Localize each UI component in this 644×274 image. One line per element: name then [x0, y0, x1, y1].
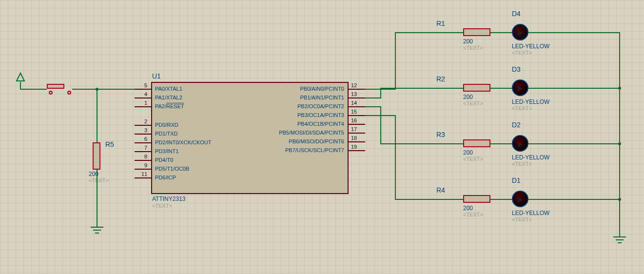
- led-placeholder: <TEXT>: [512, 216, 532, 222]
- pin-line: [135, 125, 151, 126]
- pin-line: [135, 98, 151, 98]
- pin-line: [349, 115, 365, 116]
- pin-label: PD2/INT0/XCK/CKOUT: [155, 139, 212, 145]
- resistor-refdes: R5: [105, 140, 114, 148]
- svg-marker-0: [17, 73, 24, 81]
- resistor-refdes: R2: [436, 75, 445, 83]
- pin-number: 8: [144, 154, 147, 159]
- pin-label: PD5/T1/OC0B: [155, 166, 189, 172]
- pin-number: 7: [144, 145, 147, 151]
- resistor-placeholder: <TEXT>: [463, 45, 483, 51]
- wire: [395, 199, 456, 200]
- resistor-r3[interactable]: [463, 139, 490, 147]
- pin-number: 9: [144, 162, 147, 168]
- pin-line: [349, 98, 365, 98]
- led-placeholder: <TEXT>: [512, 50, 532, 56]
- pin-number: 4: [144, 91, 147, 97]
- pin-line: [349, 141, 365, 142]
- pin-number: 11: [141, 171, 147, 177]
- resistor-placeholder: <TEXT>: [463, 212, 483, 217]
- pin-number: 1: [144, 100, 147, 106]
- pin-label: PB6/MISO/DO/PCINT6: [289, 138, 344, 144]
- pin-label: PD0/RXD: [155, 122, 178, 128]
- wire: [528, 88, 619, 89]
- wire: [490, 32, 512, 33]
- led-refdes: D3: [512, 65, 521, 73]
- push-button[interactable]: [47, 84, 64, 89]
- resistor-r5[interactable]: [93, 142, 100, 170]
- wire: [528, 143, 619, 144]
- pin-number: 15: [351, 109, 357, 115]
- pin-number: 18: [351, 135, 357, 141]
- resistor-value: 200: [463, 38, 473, 45]
- pin-line: [135, 160, 151, 161]
- led-d2[interactable]: [512, 135, 528, 152]
- wire: [456, 199, 463, 200]
- led-d4[interactable]: [512, 24, 528, 40]
- wire: [380, 88, 381, 98]
- led-d1[interactable]: [512, 191, 528, 207]
- pin-number: 17: [351, 126, 357, 132]
- wire: [97, 89, 135, 90]
- wire: [365, 98, 380, 98]
- resistor-placeholder: <TEXT>: [463, 156, 483, 162]
- pin-number: 6: [144, 136, 147, 142]
- ground-icon: [611, 233, 628, 245]
- wire: [395, 32, 396, 90]
- resistor-value: 200: [463, 94, 473, 100]
- pin-label: PB5/MOSI/DI/SDA/PCINT5: [279, 130, 344, 136]
- chip-part: ATTINY2313: [152, 196, 185, 202]
- wire: [490, 88, 512, 89]
- wire: [528, 32, 619, 33]
- wire: [456, 32, 463, 33]
- pin-number: 5: [144, 82, 147, 88]
- pin-label: PD3/INT1: [155, 148, 178, 154]
- led-part: LED-YELLOW: [512, 210, 549, 216]
- pin-label: PA0/XTAL1: [155, 86, 182, 92]
- pin-line: [135, 142, 151, 143]
- pin-label: PD4/T0: [155, 157, 173, 163]
- resistor-r1[interactable]: [463, 28, 490, 36]
- led-part: LED-YELLOW: [512, 98, 549, 105]
- node-icon: [618, 87, 621, 90]
- pin-label: PA2/RESET: [155, 103, 184, 109]
- led-part: LED-YELLOW: [512, 43, 549, 50]
- wire: [456, 88, 463, 89]
- switch-terminal-icon: [49, 91, 53, 95]
- pin-label: PD1/TXD: [155, 131, 177, 137]
- resistor-refdes: R1: [436, 20, 445, 27]
- pin-number: 2: [144, 118, 147, 124]
- pin-number: 3: [144, 127, 147, 133]
- wire: [380, 143, 456, 144]
- resistor-value: 200: [463, 149, 473, 156]
- pin-label: PA1/XTAL2: [155, 95, 182, 100]
- led-placeholder: <TEXT>: [512, 105, 532, 111]
- pin-number: 13: [351, 91, 357, 97]
- wire: [490, 199, 512, 200]
- pin-line: [135, 151, 151, 152]
- pin-label: PB4/OC1B/PCINT4: [297, 121, 344, 127]
- pin-line: [349, 89, 365, 90]
- led-refdes: D4: [512, 10, 521, 18]
- led-placeholder: <TEXT>: [512, 161, 532, 167]
- pin-line: [349, 150, 365, 151]
- resistor-value: 200: [463, 205, 473, 212]
- wire: [528, 199, 619, 200]
- wire: [20, 89, 47, 90]
- led-refdes: D2: [512, 121, 521, 129]
- wire: [456, 143, 463, 144]
- pin-line: [135, 177, 151, 178]
- resistor-placeholder: <TEXT>: [89, 177, 109, 183]
- wire: [20, 82, 21, 89]
- wire: [365, 115, 395, 116]
- wire: [380, 88, 456, 89]
- resistor-r4[interactable]: [463, 195, 490, 203]
- led-part: LED-YELLOW: [512, 154, 549, 161]
- pin-label: PB1/AIN1/PCINT1: [300, 95, 344, 100]
- led-d3[interactable]: [512, 79, 528, 96]
- power-arrow-icon: [16, 72, 25, 83]
- pin-number: 19: [351, 144, 357, 150]
- wire: [97, 89, 98, 142]
- resistor-r2[interactable]: [463, 84, 490, 92]
- pin-line: [349, 124, 365, 125]
